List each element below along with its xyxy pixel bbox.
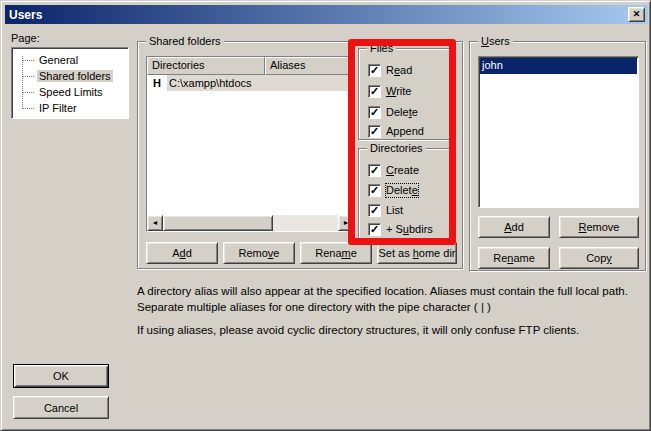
scroll-right-icon: ► — [343, 219, 350, 226]
user-add-button[interactable]: Add — [478, 216, 550, 238]
cyclic-info-text: If using aliases, please avoid cyclic di… — [137, 322, 642, 338]
page-item-general[interactable]: General — [12, 52, 128, 68]
append-checkbox[interactable]: ✓ — [368, 125, 381, 138]
list-checkbox[interactable]: ✓ — [368, 204, 381, 217]
check-icon: ✓ — [370, 106, 379, 118]
files-group-title: Files — [367, 42, 396, 55]
subdirs-checkbox-row[interactable]: ✓ + Subdirs — [368, 222, 433, 236]
shared-folder-path: C:\xampp\htdocs — [167, 75, 354, 91]
shared-folders-list-header: Directories Aliases — [147, 57, 354, 75]
users-list: john — [478, 56, 639, 208]
delete-files-checkbox-row[interactable]: ✓ Delete — [368, 105, 418, 119]
delete-dirs-checkbox-row[interactable]: ✓ Delete — [368, 183, 418, 197]
scrollbar-track[interactable] — [273, 215, 338, 231]
read-checkbox[interactable]: ✓ — [368, 64, 381, 77]
column-header-aliases[interactable]: Aliases — [265, 57, 354, 75]
write-checkbox-row[interactable]: ✓ Write — [368, 84, 411, 98]
alias-info-text: A directory alias will also appear at th… — [137, 283, 642, 315]
user-item-john[interactable]: john — [480, 58, 637, 74]
page-item-speed-limits[interactable]: Speed Limits — [12, 84, 128, 100]
scroll-right-button[interactable]: ► — [338, 215, 354, 231]
delete-files-checkbox[interactable]: ✓ — [368, 106, 381, 119]
horizontal-scrollbar: ◄ ► — [147, 215, 354, 231]
scroll-left-icon: ◄ — [152, 219, 159, 226]
set-as-home-dir-button[interactable]: Set as home dir — [377, 242, 457, 264]
user-rename-button[interactable]: Rename — [478, 247, 550, 269]
subdirs-checkbox[interactable]: ✓ — [368, 223, 381, 236]
scrollbar-thumb[interactable] — [163, 215, 273, 231]
folder-remove-button[interactable]: Remove — [223, 242, 295, 264]
page-item-shared-folders[interactable]: Shared folders — [12, 68, 128, 84]
page-label: Page: — [11, 32, 40, 44]
user-copy-button[interactable]: Copy — [559, 247, 639, 269]
close-icon: ✕ — [633, 9, 641, 19]
titlebar: Users ✕ — [5, 5, 648, 24]
page-list: General Shared folders Speed Limits IP F… — [11, 47, 129, 119]
check-icon: ✓ — [370, 164, 379, 176]
check-icon: ✓ — [370, 85, 379, 97]
check-icon: ✓ — [370, 125, 379, 137]
users-group-title: Users — [478, 35, 513, 48]
folder-add-button[interactable]: Add — [146, 242, 218, 264]
check-icon: ✓ — [370, 223, 379, 235]
check-icon: ✓ — [370, 184, 379, 196]
write-checkbox[interactable]: ✓ — [368, 85, 381, 98]
shared-folders-group-title: Shared folders — [146, 35, 224, 48]
list-checkbox-row[interactable]: ✓ List — [368, 203, 403, 217]
page-item-ip-filter[interactable]: IP Filter — [12, 100, 128, 116]
page-tree: General Shared folders Speed Limits IP F… — [12, 52, 128, 118]
cancel-button[interactable]: Cancel — [13, 396, 109, 419]
files-group: Files ✓ Read ✓ Write ✓ Delete ✓ Append — [358, 48, 450, 140]
shared-folders-list-body: H C:\xampp\htdocs — [147, 75, 354, 215]
delete-dirs-checkbox[interactable]: ✓ — [368, 184, 381, 197]
ok-button[interactable]: OK — [13, 364, 109, 388]
directories-group: Directories ✓ Create ✓ Delete ✓ List ✓ +… — [358, 148, 450, 240]
window-title: Users — [5, 8, 648, 22]
create-checkbox[interactable]: ✓ — [368, 164, 381, 177]
shared-folders-list: Directories Aliases H C:\xampp\htdocs ◄ … — [146, 56, 355, 232]
directories-group-title: Directories — [367, 142, 426, 155]
scroll-left-button[interactable]: ◄ — [147, 215, 163, 231]
check-icon: ✓ — [370, 204, 379, 216]
user-remove-button[interactable]: Remove — [559, 216, 639, 238]
create-checkbox-row[interactable]: ✓ Create — [368, 163, 419, 177]
shared-folder-row[interactable]: H C:\xampp\htdocs — [147, 75, 354, 91]
column-header-directories[interactable]: Directories — [147, 57, 265, 75]
check-icon: ✓ — [370, 64, 379, 76]
read-checkbox-row[interactable]: ✓ Read — [368, 63, 412, 77]
folder-rename-button[interactable]: Rename — [300, 242, 372, 264]
close-button[interactable]: ✕ — [628, 7, 645, 22]
home-dir-flag: H — [147, 75, 167, 91]
users-dialog: Users ✕ Page: General Shared folders Spe… — [0, 0, 651, 431]
users-group: Users john Add Remove Rename Copy — [469, 41, 646, 271]
append-checkbox-row[interactable]: ✓ Append — [368, 124, 424, 138]
shared-folders-group: Shared folders Directories Aliases H C:\… — [137, 41, 463, 269]
